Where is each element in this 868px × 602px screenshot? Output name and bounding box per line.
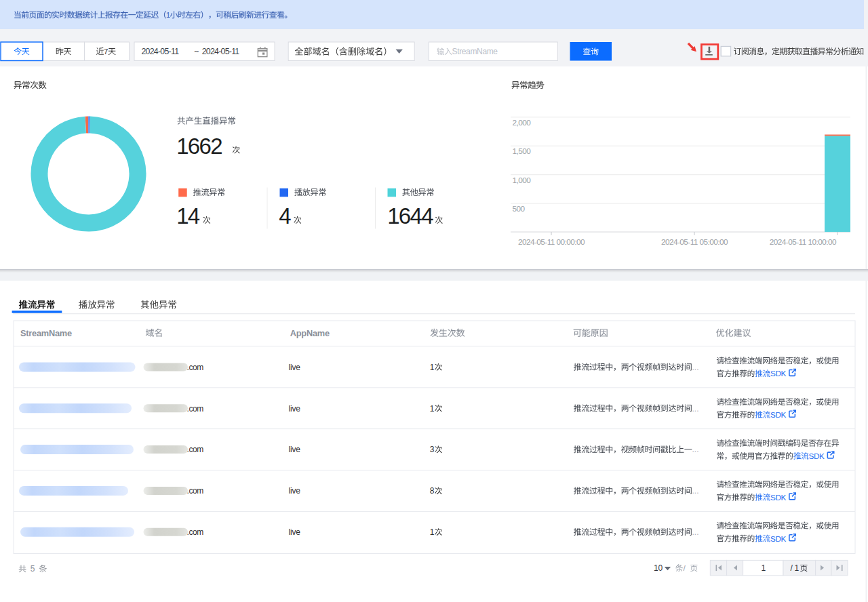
svg-text:2024-05-11 05:00:00: 2024-05-11 05:00:00: [661, 237, 728, 247]
svg-text:1: 1: [430, 404, 435, 414]
svg-text:...: ...: [692, 527, 699, 537]
svg-text:StreamName: StreamName: [452, 47, 498, 56]
svg-text:1: 1: [794, 563, 799, 573]
svg-text:5: 5: [31, 564, 35, 574]
svg-text:.com: .com: [187, 363, 204, 372]
svg-text:2024-05-11: 2024-05-11: [142, 47, 180, 56]
svg-text:~: ~: [194, 47, 199, 56]
svg-text:...: ...: [692, 445, 699, 454]
svg-text:live: live: [289, 404, 301, 414]
svg-text:SDK: SDK: [770, 534, 787, 543]
svg-text:StreamName: StreamName: [20, 328, 72, 338]
svg-text:1: 1: [430, 363, 435, 372]
svg-text:1662: 1662: [176, 134, 222, 159]
svg-text:3: 3: [430, 445, 435, 454]
svg-text:...: ...: [692, 404, 699, 414]
svg-text:14: 14: [176, 203, 200, 228]
svg-text:2024-05-11 10:00:00: 2024-05-11 10:00:00: [770, 237, 837, 247]
svg-text:500: 500: [513, 204, 526, 214]
svg-text:2,000: 2,000: [513, 118, 532, 127]
svg-text:live: live: [289, 486, 301, 496]
svg-text:.com: .com: [187, 486, 204, 496]
svg-text:live: live: [289, 445, 301, 454]
svg-text:...: ...: [692, 486, 699, 496]
svg-text:4: 4: [279, 203, 291, 228]
svg-text:AppName: AppName: [290, 328, 330, 338]
svg-text:1,500: 1,500: [513, 146, 532, 156]
svg-text:.com: .com: [187, 404, 204, 414]
svg-text:1,000: 1,000: [513, 176, 532, 185]
svg-text:.com: .com: [187, 445, 204, 454]
svg-text:10: 10: [654, 563, 663, 573]
svg-text:.com: .com: [187, 527, 204, 537]
svg-text:1644: 1644: [387, 203, 433, 228]
svg-text:8: 8: [430, 486, 435, 496]
svg-text:SDK: SDK: [808, 452, 825, 460]
svg-text:1: 1: [166, 11, 170, 19]
svg-text:1: 1: [430, 527, 435, 537]
svg-text:...: ...: [692, 363, 699, 372]
svg-text:7: 7: [104, 47, 108, 56]
svg-text:1: 1: [762, 563, 766, 573]
svg-text:SDK: SDK: [770, 410, 787, 419]
svg-text:live: live: [289, 527, 301, 537]
svg-text:2024-05-11: 2024-05-11: [202, 47, 240, 56]
svg-text:live: live: [289, 363, 301, 372]
svg-text:SDK: SDK: [770, 369, 787, 378]
svg-text:SDK: SDK: [770, 493, 787, 502]
svg-text:2024-05-11 00:00:00: 2024-05-11 00:00:00: [518, 237, 585, 247]
